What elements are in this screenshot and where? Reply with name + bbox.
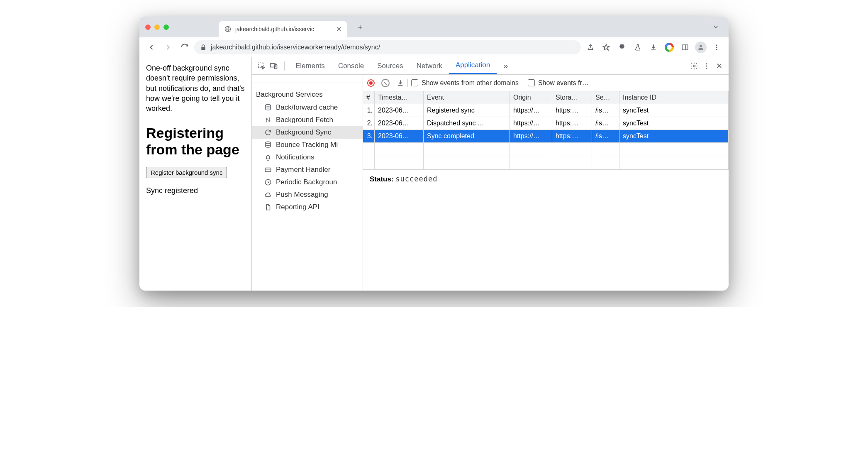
web-page: One-off background sync doesn't require … [139, 57, 251, 291]
sidebar-item-reporting-api[interactable]: Reporting API [252, 201, 363, 213]
labs-flask-icon[interactable] [631, 40, 645, 54]
table-empty-cell [510, 143, 552, 156]
column-header[interactable]: Origin [510, 91, 552, 104]
table-cell[interactable]: https://… [510, 130, 552, 143]
kebab-menu-icon[interactable] [710, 40, 724, 54]
new-tab-button[interactable]: ＋ [353, 20, 367, 34]
table-cell[interactable]: https:… [552, 104, 592, 117]
inspect-element-icon[interactable] [255, 62, 268, 70]
column-header[interactable]: # [363, 91, 375, 104]
column-header[interactable]: Instance ID [619, 91, 729, 104]
svg-point-13 [266, 105, 271, 107]
sidebar-item-background-fetch[interactable]: Background Fetch [252, 114, 363, 126]
table-cell[interactable]: /is… [592, 130, 619, 143]
sidebar-item-label: Periodic Backgroun [276, 178, 337, 186]
table-cell[interactable]: https:… [552, 130, 592, 143]
maximize-window-button[interactable] [163, 24, 169, 30]
url-text: jakearchibald.github.io/isserviceworkerr… [211, 44, 380, 51]
register-sync-button[interactable]: Register background sync [146, 167, 227, 178]
table-empty-cell [424, 156, 510, 169]
content-area: One-off background sync doesn't require … [139, 57, 729, 291]
profile-avatar[interactable] [694, 40, 708, 54]
table-cell[interactable]: 1. [363, 104, 375, 117]
events-table: #Timesta…EventOriginStora…Se…Instance ID… [363, 91, 729, 169]
table-cell[interactable]: syncTest [619, 104, 729, 117]
table-cell[interactable]: 3. [363, 130, 375, 143]
devtools-settings-icon[interactable] [688, 62, 700, 70]
toolbar-right [583, 40, 724, 54]
column-header[interactable]: Stora… [552, 91, 592, 104]
save-log-icon[interactable] [397, 79, 404, 87]
table-cell[interactable]: Sync completed [424, 130, 510, 143]
devtools-close-icon[interactable]: ✕ [713, 61, 725, 71]
extensions-icon[interactable] [615, 40, 629, 54]
tab-elements[interactable]: Elements [289, 57, 332, 74]
column-header[interactable]: Se… [592, 91, 619, 104]
share-icon[interactable] [583, 40, 597, 54]
table-empty-cell [363, 156, 375, 169]
table-cell[interactable]: 2023-06… [375, 104, 424, 117]
page-status-text: Sync registered [146, 186, 245, 195]
sidebar-item-label: Payment Handler [276, 166, 330, 174]
sidebar-item-payment-handler[interactable]: Payment Handler [252, 164, 363, 176]
device-toolbar-icon[interactable] [268, 62, 280, 70]
minimize-window-button[interactable] [154, 24, 160, 30]
column-header[interactable]: Event [424, 91, 510, 104]
svg-rect-6 [258, 63, 263, 68]
table-empty-cell [375, 143, 424, 156]
tab-sources[interactable]: Sources [371, 57, 410, 74]
table-cell[interactable]: /is… [592, 104, 619, 117]
address-bar[interactable]: jakearchibald.github.io/isserviceworkerr… [194, 40, 581, 54]
devtools-kebab-icon[interactable] [700, 62, 713, 70]
sidebar-item-label: Background Sync [276, 128, 331, 137]
sidebar-item-notifications[interactable]: Notifications [252, 151, 363, 164]
table-cell[interactable]: 2023-06… [375, 130, 424, 143]
close-window-button[interactable] [145, 24, 151, 30]
svg-point-3 [716, 44, 717, 46]
forward-button[interactable] [161, 40, 175, 54]
sidebar-item-push-messaging[interactable]: Push Messaging [252, 188, 363, 201]
tab-application[interactable]: Application [449, 57, 497, 74]
show-other-domains-checkbox[interactable]: Show events from other domains [411, 79, 519, 87]
tab-list-chevron-icon[interactable] [709, 20, 723, 34]
table-cell[interactable]: 2. [363, 117, 375, 130]
table-cell[interactable]: Registered sync [424, 104, 510, 117]
bookmark-star-icon[interactable] [599, 40, 613, 54]
sidebar-item-periodic-backgroun[interactable]: Periodic Backgroun [252, 176, 363, 188]
table-cell[interactable]: https://… [510, 104, 552, 117]
column-header[interactable]: Timesta… [375, 91, 424, 104]
table-cell[interactable]: syncTest [619, 130, 729, 143]
status-line: Status: succeeded [363, 169, 729, 188]
table-cell[interactable]: syncTest [619, 117, 729, 130]
table-cell[interactable]: https:… [552, 117, 592, 130]
more-tabs-button[interactable]: » [497, 57, 514, 74]
back-button[interactable] [144, 40, 158, 54]
tab-network[interactable]: Network [410, 57, 449, 74]
clear-button[interactable] [381, 79, 390, 87]
svg-point-12 [706, 67, 707, 68]
intro-text: One-off background sync doesn't require … [146, 63, 245, 113]
devtools-panel: Elements Console Sources Network Applica… [251, 57, 729, 291]
sidebar-item-label: Reporting API [276, 203, 319, 211]
sidebar-item-background-sync[interactable]: Background Sync [252, 126, 363, 139]
show-events-checkbox[interactable]: Show events fr… [528, 79, 589, 87]
browser-tab[interactable]: jakearchibald.github.io/isservic ✕ [219, 21, 347, 37]
google-apps-icon[interactable] [662, 40, 676, 54]
sidebar-item-back-forward-cache[interactable]: Back/forward cache [252, 101, 363, 114]
updown-icon [264, 116, 272, 124]
table-cell[interactable]: https://… [510, 117, 552, 130]
sidebar-item-label: Push Messaging [276, 191, 328, 199]
svg-rect-15 [265, 168, 271, 172]
downloads-icon[interactable] [646, 40, 661, 54]
record-button[interactable] [367, 79, 375, 87]
bell-icon [264, 154, 272, 161]
side-panel-icon[interactable] [678, 40, 692, 54]
tab-console[interactable]: Console [332, 57, 371, 74]
reload-button[interactable] [178, 40, 192, 54]
titlebar: jakearchibald.github.io/isservic ✕ ＋ [139, 17, 729, 37]
table-cell[interactable]: Dispatched sync … [424, 117, 510, 130]
sidebar-item-bounce-tracking-mi[interactable]: Bounce Tracking Mi [252, 139, 363, 151]
table-cell[interactable]: 2023-06… [375, 117, 424, 130]
close-tab-icon[interactable]: ✕ [336, 25, 341, 33]
table-cell[interactable]: /is… [592, 117, 619, 130]
